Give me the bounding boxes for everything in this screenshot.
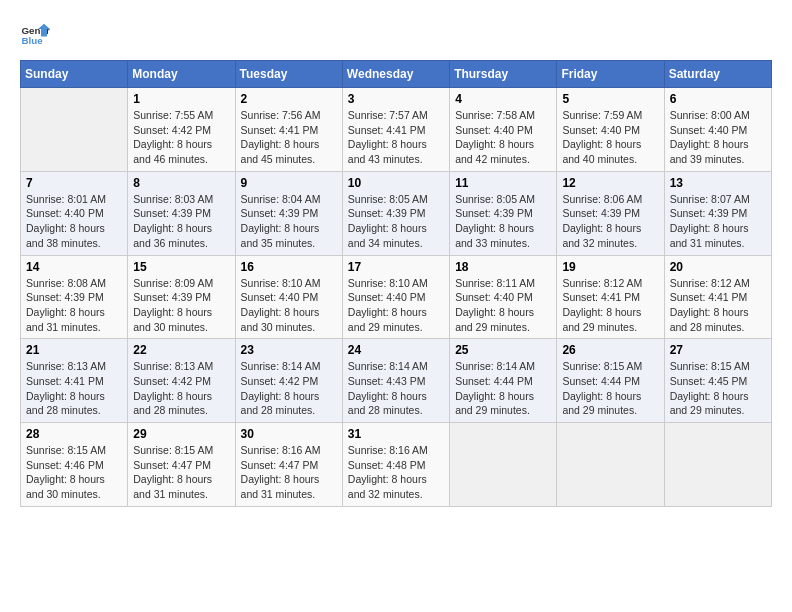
calendar-cell: 23Sunrise: 8:14 AMSunset: 4:42 PMDayligh…: [235, 339, 342, 423]
day-info: Sunrise: 8:15 AMSunset: 4:46 PMDaylight:…: [26, 443, 122, 502]
day-number: 12: [562, 176, 658, 190]
calendar-cell: 17Sunrise: 8:10 AMSunset: 4:40 PMDayligh…: [342, 255, 449, 339]
day-number: 16: [241, 260, 337, 274]
day-number: 18: [455, 260, 551, 274]
day-number: 17: [348, 260, 444, 274]
day-info: Sunrise: 8:11 AMSunset: 4:40 PMDaylight:…: [455, 276, 551, 335]
day-info: Sunrise: 7:59 AMSunset: 4:40 PMDaylight:…: [562, 108, 658, 167]
day-info: Sunrise: 8:15 AMSunset: 4:47 PMDaylight:…: [133, 443, 229, 502]
day-number: 15: [133, 260, 229, 274]
day-number: 7: [26, 176, 122, 190]
weekday-header: Saturday: [664, 61, 771, 88]
day-number: 14: [26, 260, 122, 274]
weekday-header: Thursday: [450, 61, 557, 88]
calendar-cell: 3Sunrise: 7:57 AMSunset: 4:41 PMDaylight…: [342, 88, 449, 172]
calendar-cell: 11Sunrise: 8:05 AMSunset: 4:39 PMDayligh…: [450, 171, 557, 255]
calendar-cell: 30Sunrise: 8:16 AMSunset: 4:47 PMDayligh…: [235, 423, 342, 507]
logo: General Blue: [20, 20, 54, 50]
calendar-cell: [557, 423, 664, 507]
day-number: 20: [670, 260, 766, 274]
weekday-header: Monday: [128, 61, 235, 88]
day-info: Sunrise: 8:03 AMSunset: 4:39 PMDaylight:…: [133, 192, 229, 251]
day-number: 1: [133, 92, 229, 106]
calendar-cell: 10Sunrise: 8:05 AMSunset: 4:39 PMDayligh…: [342, 171, 449, 255]
calendar-week-row: 1Sunrise: 7:55 AMSunset: 4:42 PMDaylight…: [21, 88, 772, 172]
calendar-cell: 12Sunrise: 8:06 AMSunset: 4:39 PMDayligh…: [557, 171, 664, 255]
calendar-cell: 14Sunrise: 8:08 AMSunset: 4:39 PMDayligh…: [21, 255, 128, 339]
day-number: 11: [455, 176, 551, 190]
calendar-cell: 25Sunrise: 8:14 AMSunset: 4:44 PMDayligh…: [450, 339, 557, 423]
calendar-cell: 16Sunrise: 8:10 AMSunset: 4:40 PMDayligh…: [235, 255, 342, 339]
calendar-cell: 6Sunrise: 8:00 AMSunset: 4:40 PMDaylight…: [664, 88, 771, 172]
calendar-cell: 22Sunrise: 8:13 AMSunset: 4:42 PMDayligh…: [128, 339, 235, 423]
day-info: Sunrise: 8:09 AMSunset: 4:39 PMDaylight:…: [133, 276, 229, 335]
weekday-header: Tuesday: [235, 61, 342, 88]
page-header: General Blue: [20, 20, 772, 50]
calendar-cell: 2Sunrise: 7:56 AMSunset: 4:41 PMDaylight…: [235, 88, 342, 172]
day-number: 31: [348, 427, 444, 441]
weekday-header: Wednesday: [342, 61, 449, 88]
day-number: 24: [348, 343, 444, 357]
day-info: Sunrise: 8:15 AMSunset: 4:44 PMDaylight:…: [562, 359, 658, 418]
day-info: Sunrise: 8:01 AMSunset: 4:40 PMDaylight:…: [26, 192, 122, 251]
weekday-header: Sunday: [21, 61, 128, 88]
day-number: 9: [241, 176, 337, 190]
day-number: 29: [133, 427, 229, 441]
day-number: 23: [241, 343, 337, 357]
day-info: Sunrise: 8:13 AMSunset: 4:42 PMDaylight:…: [133, 359, 229, 418]
calendar-cell: 13Sunrise: 8:07 AMSunset: 4:39 PMDayligh…: [664, 171, 771, 255]
calendar-cell: 9Sunrise: 8:04 AMSunset: 4:39 PMDaylight…: [235, 171, 342, 255]
day-info: Sunrise: 8:16 AMSunset: 4:48 PMDaylight:…: [348, 443, 444, 502]
calendar-cell: [664, 423, 771, 507]
weekday-header: Friday: [557, 61, 664, 88]
day-info: Sunrise: 8:13 AMSunset: 4:41 PMDaylight:…: [26, 359, 122, 418]
day-number: 30: [241, 427, 337, 441]
day-number: 26: [562, 343, 658, 357]
day-number: 4: [455, 92, 551, 106]
day-number: 3: [348, 92, 444, 106]
day-info: Sunrise: 7:58 AMSunset: 4:40 PMDaylight:…: [455, 108, 551, 167]
day-number: 13: [670, 176, 766, 190]
calendar-week-row: 28Sunrise: 8:15 AMSunset: 4:46 PMDayligh…: [21, 423, 772, 507]
calendar-cell: 29Sunrise: 8:15 AMSunset: 4:47 PMDayligh…: [128, 423, 235, 507]
calendar-cell: [450, 423, 557, 507]
day-info: Sunrise: 7:57 AMSunset: 4:41 PMDaylight:…: [348, 108, 444, 167]
day-number: 5: [562, 92, 658, 106]
day-info: Sunrise: 8:10 AMSunset: 4:40 PMDaylight:…: [348, 276, 444, 335]
calendar-cell: 18Sunrise: 8:11 AMSunset: 4:40 PMDayligh…: [450, 255, 557, 339]
calendar-cell: 1Sunrise: 7:55 AMSunset: 4:42 PMDaylight…: [128, 88, 235, 172]
logo-icon: General Blue: [20, 20, 50, 50]
calendar-cell: 4Sunrise: 7:58 AMSunset: 4:40 PMDaylight…: [450, 88, 557, 172]
calendar-week-row: 7Sunrise: 8:01 AMSunset: 4:40 PMDaylight…: [21, 171, 772, 255]
day-number: 28: [26, 427, 122, 441]
calendar-cell: 5Sunrise: 7:59 AMSunset: 4:40 PMDaylight…: [557, 88, 664, 172]
calendar-cell: 28Sunrise: 8:15 AMSunset: 4:46 PMDayligh…: [21, 423, 128, 507]
day-info: Sunrise: 8:05 AMSunset: 4:39 PMDaylight:…: [455, 192, 551, 251]
day-number: 10: [348, 176, 444, 190]
day-number: 6: [670, 92, 766, 106]
calendar-cell: 27Sunrise: 8:15 AMSunset: 4:45 PMDayligh…: [664, 339, 771, 423]
day-info: Sunrise: 8:16 AMSunset: 4:47 PMDaylight:…: [241, 443, 337, 502]
day-number: 8: [133, 176, 229, 190]
calendar-cell: 7Sunrise: 8:01 AMSunset: 4:40 PMDaylight…: [21, 171, 128, 255]
calendar-cell: 8Sunrise: 8:03 AMSunset: 4:39 PMDaylight…: [128, 171, 235, 255]
day-info: Sunrise: 8:14 AMSunset: 4:44 PMDaylight:…: [455, 359, 551, 418]
calendar-cell: 26Sunrise: 8:15 AMSunset: 4:44 PMDayligh…: [557, 339, 664, 423]
day-number: 21: [26, 343, 122, 357]
calendar-table: SundayMondayTuesdayWednesdayThursdayFrid…: [20, 60, 772, 507]
calendar-cell: [21, 88, 128, 172]
calendar-cell: 15Sunrise: 8:09 AMSunset: 4:39 PMDayligh…: [128, 255, 235, 339]
header-row: SundayMondayTuesdayWednesdayThursdayFrid…: [21, 61, 772, 88]
calendar-cell: 31Sunrise: 8:16 AMSunset: 4:48 PMDayligh…: [342, 423, 449, 507]
day-info: Sunrise: 8:14 AMSunset: 4:42 PMDaylight:…: [241, 359, 337, 418]
day-number: 27: [670, 343, 766, 357]
calendar-cell: 19Sunrise: 8:12 AMSunset: 4:41 PMDayligh…: [557, 255, 664, 339]
day-info: Sunrise: 8:12 AMSunset: 4:41 PMDaylight:…: [670, 276, 766, 335]
calendar-cell: 20Sunrise: 8:12 AMSunset: 4:41 PMDayligh…: [664, 255, 771, 339]
svg-text:Blue: Blue: [22, 35, 44, 46]
calendar-week-row: 14Sunrise: 8:08 AMSunset: 4:39 PMDayligh…: [21, 255, 772, 339]
day-info: Sunrise: 8:07 AMSunset: 4:39 PMDaylight:…: [670, 192, 766, 251]
day-info: Sunrise: 8:04 AMSunset: 4:39 PMDaylight:…: [241, 192, 337, 251]
day-info: Sunrise: 8:06 AMSunset: 4:39 PMDaylight:…: [562, 192, 658, 251]
calendar-cell: 21Sunrise: 8:13 AMSunset: 4:41 PMDayligh…: [21, 339, 128, 423]
